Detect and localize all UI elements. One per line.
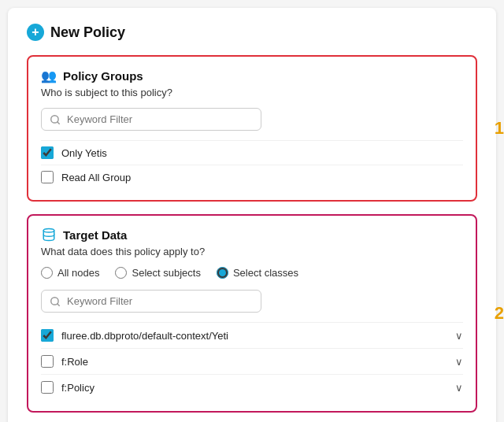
checkbox-read-all-group[interactable]: Read All Group: [41, 165, 463, 189]
fluree-db-checkbox[interactable]: [41, 329, 54, 342]
chevron-down-icon-fluree[interactable]: ∨: [455, 330, 463, 342]
target-data-filter-input[interactable]: [67, 295, 253, 307]
target-data-radio-group: All nodes Select subjects Select classes: [41, 267, 463, 279]
target-data-section: Target Data What data does this policy a…: [27, 214, 477, 413]
target-item-role: f:Role ∨: [41, 348, 463, 374]
read-all-group-checkbox[interactable]: [41, 171, 54, 183]
policy-groups-subtitle: Who is subject to this policy?: [41, 87, 463, 98]
only-yetis-checkbox[interactable]: [41, 146, 54, 159]
section2-badge: 2: [495, 303, 504, 324]
f-role-checkbox[interactable]: [41, 355, 54, 368]
svg-point-2: [43, 229, 54, 233]
plus-icon: +: [27, 24, 44, 41]
target-data-subtitle: What data does this policy apply to?: [41, 246, 463, 257]
policy-groups-filter-input[interactable]: [67, 113, 253, 125]
svg-line-4: [57, 303, 60, 305]
radio-select-classes[interactable]: Select classes: [217, 267, 298, 279]
policy-groups-header: 👥 Policy Groups: [41, 68, 463, 83]
target-item-policy: f:Policy ∨: [41, 374, 463, 400]
chevron-down-icon-policy[interactable]: ∨: [455, 382, 463, 394]
policy-groups-filter[interactable]: [41, 108, 261, 131]
search-icon-2: [50, 296, 61, 307]
radio-all-nodes[interactable]: All nodes: [41, 267, 99, 279]
section1-badge: 1: [495, 118, 504, 139]
target-data-icon: [41, 227, 57, 242]
target-data-items-list: fluree.db.dbproto/default-context/Yeti ∨…: [41, 322, 463, 400]
policy-groups-icon: 👥: [41, 68, 57, 83]
page-container: + New Policy 👥 Policy Groups Who is subj…: [8, 8, 496, 422]
policy-groups-section: 👥 Policy Groups Who is subject to this p…: [27, 55, 477, 202]
search-icon: [50, 114, 61, 125]
f-policy-checkbox[interactable]: [41, 381, 54, 394]
checkbox-only-yetis[interactable]: Only Yetis: [41, 140, 463, 165]
radio-select-subjects[interactable]: Select subjects: [115, 267, 200, 279]
svg-line-1: [57, 121, 60, 124]
target-data-header: Target Data: [41, 227, 463, 242]
target-data-filter[interactable]: [41, 290, 261, 313]
target-item-fluree: fluree.db.dbproto/default-context/Yeti ∨: [41, 322, 463, 348]
sections-wrapper: 👥 Policy Groups Who is subject to this p…: [27, 55, 477, 413]
page-title: + New Policy: [27, 24, 477, 41]
policy-groups-checkbox-list: Only Yetis Read All Group: [41, 140, 463, 189]
chevron-down-icon-role[interactable]: ∨: [455, 356, 463, 368]
